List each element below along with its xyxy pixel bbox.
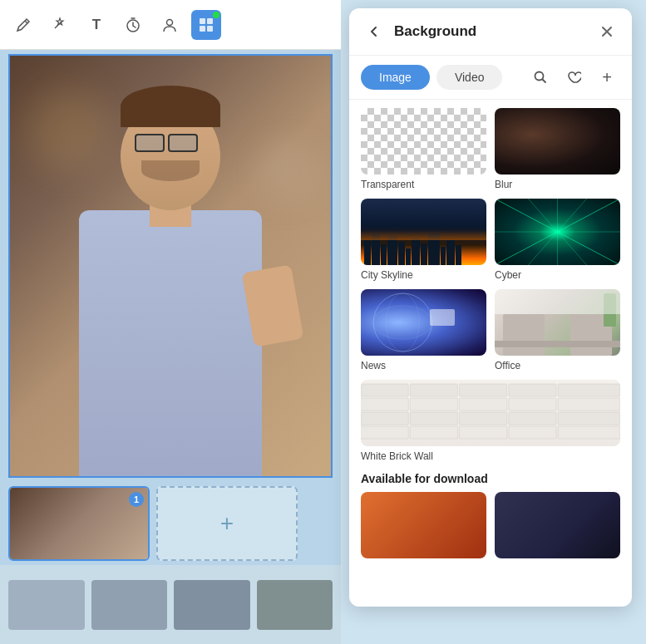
svg-rect-38 [410,426,457,439]
bottom-thumb-4 [257,580,333,630]
panel-title: Background [394,23,587,40]
thumbnail-1[interactable]: 1 [8,486,150,561]
svg-line-10 [558,232,621,265]
add-button[interactable]: + [594,64,620,91]
svg-rect-27 [361,398,408,410]
svg-rect-23 [410,384,457,396]
svg-rect-31 [558,398,620,410]
bg-label-office: Office [495,360,620,371]
bg-label-blur: Blur [495,179,620,190]
svg-rect-24 [460,384,507,396]
svg-rect-3 [207,18,213,24]
magic-tool-button[interactable] [45,10,75,40]
bg-thumb-brick [361,380,620,446]
bottom-thumb-3 [174,580,250,630]
bg-thumb-news [361,289,486,356]
svg-rect-37 [361,426,408,439]
svg-rect-32 [361,412,408,425]
bg-thumb-transparent [361,108,486,175]
bg-thumb-office [495,289,620,356]
available-downloads-grid [361,492,620,558]
bottom-thumb-2 [91,580,168,630]
svg-rect-22 [361,384,408,396]
svg-line-11 [528,199,557,232]
svg-rect-30 [509,398,556,410]
backgrounds-grid: Transparent Blur [361,108,620,371]
svg-rect-25 [509,384,556,396]
tab-image[interactable]: Image [361,65,430,90]
svg-point-21 [386,293,419,351]
bg-item-office[interactable]: Office [495,289,620,371]
svg-rect-28 [410,398,457,410]
download-thumb-1 [361,492,486,558]
svg-rect-5 [207,26,213,32]
bg-item-brick[interactable]: White Brick Wall [361,380,620,462]
svg-line-14 [558,232,587,265]
bg-item-brick-wrapper: White Brick Wall [361,380,620,462]
svg-point-19 [373,293,431,351]
download-item-2[interactable] [495,492,620,558]
add-slide-button[interactable]: + [156,486,298,561]
svg-rect-29 [460,398,507,410]
svg-line-8 [558,199,621,232]
svg-rect-34 [460,412,507,425]
svg-line-9 [495,232,558,265]
timer-tool-button[interactable] [118,10,148,40]
panel-close-button[interactable] [595,20,619,43]
svg-rect-35 [509,412,556,425]
bottom-thumb-1 [8,580,85,630]
download-thumb-2 [495,492,620,558]
svg-rect-26 [558,384,620,396]
thumbnail-strip: 1 + [0,482,341,565]
thumbnail-badge: 1 [129,492,144,507]
tab-video[interactable]: Video [436,65,503,90]
bottom-strip [0,565,341,644]
background-panel: Background Image Video + [349,8,632,607]
svg-line-12 [558,199,587,232]
svg-rect-2 [200,18,205,24]
person-tool-button[interactable] [155,10,185,40]
search-button[interactable] [527,64,554,91]
bg-thumb-blur [495,108,620,175]
canvas-area [0,50,341,482]
tab-bar: Image Video + [349,56,632,100]
svg-line-7 [495,199,558,232]
toolbar: T [0,0,341,50]
panel-content: Transparent Blur [349,100,632,607]
svg-rect-39 [460,426,507,439]
svg-point-1 [167,19,173,25]
bg-item-city[interactable]: City Skyline [361,199,486,281]
bg-item-news[interactable]: News [361,289,486,371]
panel-header: Background [349,8,632,56]
svg-rect-33 [410,412,457,425]
bg-item-transparent[interactable]: Transparent [361,108,486,190]
bg-label-city: City Skyline [361,269,486,281]
canvas-image [8,54,333,478]
panel-back-button[interactable] [362,20,386,43]
grid-tool-button[interactable] [191,10,221,40]
bg-label-news: News [361,360,486,371]
pen-tool-button[interactable] [8,10,38,40]
bg-item-blur[interactable]: Blur [495,108,620,190]
download-item-1[interactable] [361,492,486,558]
svg-rect-41 [558,426,620,439]
svg-rect-36 [558,412,620,425]
favorites-button[interactable] [560,64,587,91]
svg-rect-4 [200,26,205,32]
bg-thumb-city [361,199,486,265]
svg-rect-40 [509,426,556,439]
bg-label-cyber: Cyber [495,269,620,281]
available-download-label: Available for download [361,472,620,485]
bg-label-transparent: Transparent [361,179,486,190]
bg-thumb-cyber [495,199,620,265]
text-tool-button[interactable]: T [81,10,111,40]
svg-line-13 [528,232,557,265]
bg-label-brick: White Brick Wall [361,450,620,462]
bg-item-cyber[interactable]: Cyber [495,199,620,281]
svg-point-20 [373,306,431,339]
